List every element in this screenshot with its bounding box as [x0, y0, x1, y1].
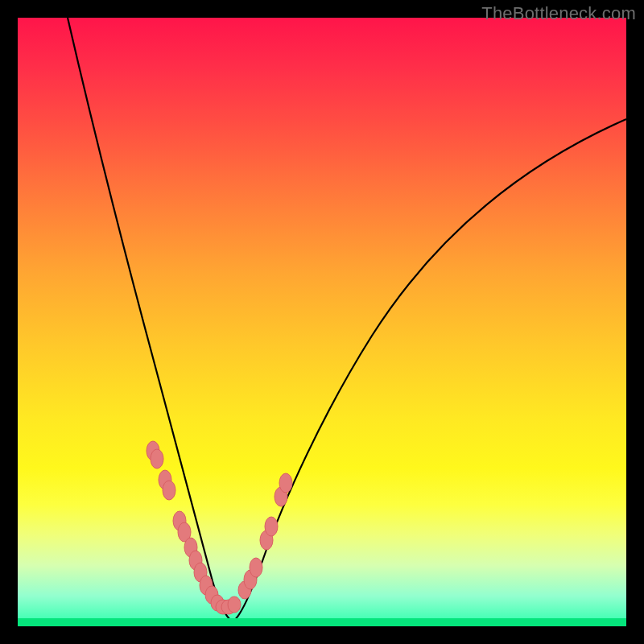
svg-point-14 — [228, 597, 241, 613]
svg-point-17 — [250, 558, 262, 577]
svg-point-1 — [151, 449, 163, 469]
svg-point-21 — [279, 473, 292, 493]
curve-path — [68, 18, 626, 621]
curve-dots — [147, 441, 292, 614]
chart-frame — [18, 18, 626, 626]
watermark-text: TheBottleneck.com — [481, 3, 636, 24]
bottleneck-curve — [18, 18, 626, 626]
optimal-zone-strip — [18, 618, 626, 626]
svg-point-3 — [163, 481, 175, 500]
svg-point-19 — [265, 517, 278, 536]
